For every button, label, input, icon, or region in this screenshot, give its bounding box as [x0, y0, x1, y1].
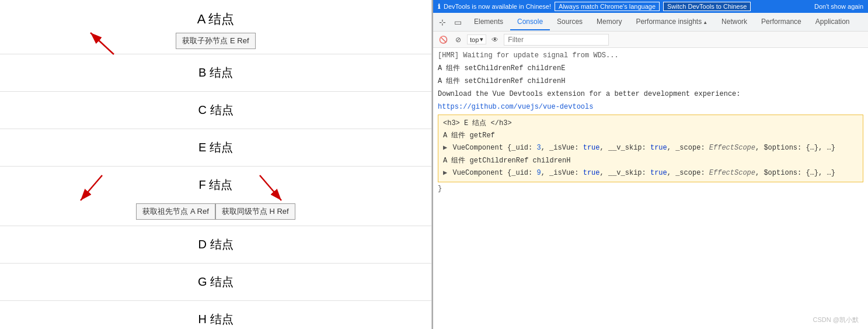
hl-line-2: A 组件 getRef	[443, 130, 858, 142]
banner-text: DevTools is now available in Chinese!	[444, 3, 551, 10]
clear-console-button[interactable]: 🚫	[437, 33, 449, 46]
dont-show-again-link[interactable]: Don't show again	[814, 3, 863, 10]
btn-row-f: 获取祖先节点 A Ref 获取同级节点 H Ref	[0, 203, 431, 226]
switch-devtools-chinese-button[interactable]: Switch DevTools to Chinese	[663, 2, 751, 11]
svg-line-1	[90, 33, 114, 54]
arrow-top-left	[82, 28, 117, 57]
expand-arrow-2: ▶	[443, 169, 447, 177]
hl-line-1: <h3> E 结点 </h3>	[443, 117, 858, 130]
closing-brace: }	[433, 183, 868, 194]
get-ancestor-ref-button[interactable]: 获取祖先节点 A Ref	[136, 203, 215, 220]
tab-memory[interactable]: Memory	[590, 14, 629, 30]
hl-line-4: A 组件 getChildrenRef childrenH	[443, 155, 858, 167]
node-g: G 结点	[0, 264, 431, 300]
console-content: [HMR] Waiting for update signal from WDS…	[433, 48, 868, 329]
devtools-banner: ℹ DevTools is now available in Chinese! …	[433, 0, 868, 13]
console-line-link: https://github.com/vuejs/vue-devtools	[433, 101, 868, 113]
get-sibling-ref-button[interactable]: 获取同级节点 H Ref	[215, 203, 295, 220]
hl-line-3[interactable]: ▶ VueComponent {_uid: 3, _isVue: true, _…	[443, 142, 858, 154]
filter-input[interactable]	[504, 34, 609, 46]
console-line-3: A 组件 setChildrenRef childrenH	[433, 75, 868, 88]
devtools-panel: ℹ DevTools is now available in Chinese! …	[432, 0, 868, 329]
node-c: C 结点	[0, 92, 431, 129]
console-line-4: Download the Vue Devtools extension for …	[433, 88, 868, 101]
node-f-section: F 结点 获取祖先节点 A Ref 获取同级节点 H Ref	[0, 167, 431, 226]
tab-performance-insights[interactable]: Performance insights	[629, 14, 714, 30]
tab-elements[interactable]: Elements	[467, 14, 510, 30]
console-highlighted-block: <h3> E 结点 </h3> A 组件 getRef ▶ VueCompone…	[438, 115, 863, 182]
top-dropdown-arrow: ▾	[480, 36, 483, 43]
filter-toggle-button[interactable]: ⊘	[452, 33, 465, 46]
hl-line-5[interactable]: ▶ VueComponent {_uid: 9, _isVue: true, _…	[443, 167, 858, 179]
tab-application[interactable]: Application	[808, 14, 857, 30]
info-icon: ℹ	[438, 3, 440, 11]
tab-network[interactable]: Network	[714, 14, 754, 30]
node-b: B 结点	[0, 54, 431, 91]
get-child-ref-button[interactable]: 获取子孙节点 E Ref	[176, 33, 255, 49]
vue-devtools-link[interactable]: https://github.com/vuejs/vue-devtools	[438, 103, 593, 111]
node-a: A 结点	[0, 0, 431, 33]
devtools-tabs: ⊹ ▭ Elements Console Sources Memory Perf…	[433, 13, 868, 32]
tab-performance[interactable]: Performance	[754, 14, 808, 30]
device-icon-button[interactable]: ▭	[451, 15, 465, 29]
tab-sources[interactable]: Sources	[550, 14, 590, 30]
top-label: top	[470, 36, 479, 43]
top-selector[interactable]: top ▾	[467, 34, 486, 44]
btn-row-top: 获取子孙节点 E Ref	[0, 33, 431, 49]
node-d: D 结点	[0, 226, 431, 263]
left-panel: A 结点 获取子孙节点 E Ref B 结点 C 结点 E 结点 F 结点 获取…	[0, 0, 432, 329]
console-line-hmr: [HMR] Waiting for update signal from WDS…	[433, 49, 868, 62]
csdn-watermark: CSDN @凯小默	[813, 316, 859, 324]
devtools-toolbar: 🚫 ⊘ top ▾ 👁	[433, 32, 868, 48]
node-e: E 结点	[0, 129, 431, 166]
node-h: H 结点	[0, 301, 431, 329]
tab-icons: ⊹ ▭	[435, 15, 465, 29]
eye-icon-button[interactable]: 👁	[489, 33, 501, 46]
expand-arrow-1: ▶	[443, 144, 447, 152]
console-line-2: A 组件 setChildrenRef childrenE	[433, 62, 868, 75]
always-match-language-button[interactable]: Always match Chrome's language	[555, 2, 660, 11]
cursor-icon-button[interactable]: ⊹	[435, 15, 449, 29]
tab-console[interactable]: Console	[510, 14, 550, 30]
node-f: F 结点	[0, 167, 431, 203]
